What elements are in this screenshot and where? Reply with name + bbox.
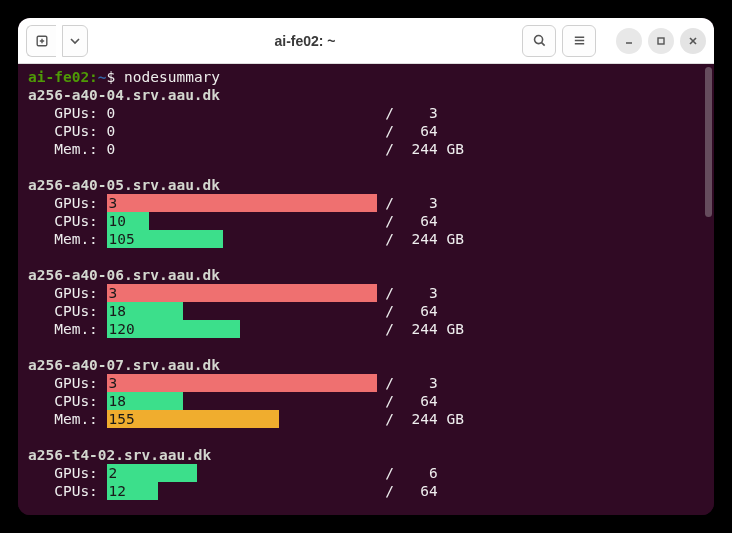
resource-used: 12	[109, 482, 126, 500]
resource-total: / 6	[377, 464, 438, 482]
resource-row: GPUs: 3 / 3	[28, 374, 704, 392]
resource-label: CPUs:	[28, 122, 107, 140]
hamburger-menu-button[interactable]	[562, 25, 596, 57]
resource-bar: 0	[107, 122, 377, 140]
resource-bar: 12	[107, 482, 377, 500]
resource-row: Mem.: 0 / 244 GB	[28, 140, 704, 158]
resource-used: 2	[109, 464, 118, 482]
resource-row: GPUs: 2 / 6	[28, 464, 704, 482]
terminal-window: ai-fe02: ~ ai-fe02:~$ nodesummary a256-a…	[18, 18, 714, 515]
resource-total: / 3	[377, 194, 438, 212]
resource-total: / 64	[377, 392, 438, 410]
prompt-path: ~	[98, 69, 107, 85]
resource-row: Mem.: 120 / 244 GB	[28, 320, 704, 338]
resource-total: / 3	[377, 104, 438, 122]
resource-row: CPUs: 10 / 64	[28, 212, 704, 230]
resource-total: / 64	[377, 212, 438, 230]
resource-label: CPUs:	[28, 392, 107, 410]
maximize-button[interactable]	[648, 28, 674, 54]
resource-bar: 0	[107, 104, 377, 122]
resource-bar: 3	[107, 194, 377, 212]
resource-row: GPUs: 3 / 3	[28, 284, 704, 302]
resource-row: GPUs: 3 / 3	[28, 194, 704, 212]
minimize-button[interactable]	[616, 28, 642, 54]
resource-label: CPUs:	[28, 482, 107, 500]
resource-label: Mem.:	[28, 230, 107, 248]
new-tab-button[interactable]	[26, 25, 56, 57]
resource-total: / 64	[377, 122, 438, 140]
resource-total: / 244 GB	[377, 320, 464, 338]
resource-used: 3	[109, 374, 118, 392]
resource-row: Mem.: 105 / 244 GB	[28, 230, 704, 248]
terminal-body[interactable]: ai-fe02:~$ nodesummary a256-a40-04.srv.a…	[18, 64, 714, 515]
resource-total: / 64	[377, 302, 438, 320]
resource-row: CPUs: 0 / 64	[28, 122, 704, 140]
resource-bar: 120	[107, 320, 377, 338]
resource-row: CPUs: 18 / 64	[28, 392, 704, 410]
resource-label: CPUs:	[28, 212, 107, 230]
resource-used: 105	[109, 230, 135, 248]
resource-label: Mem.:	[28, 410, 107, 428]
resource-used: 10	[109, 212, 126, 230]
resource-label: GPUs:	[28, 464, 107, 482]
resource-bar: 0	[107, 140, 377, 158]
svg-point-3	[534, 36, 542, 44]
resource-row: CPUs: 12 / 64	[28, 482, 704, 500]
node-hostname: a256-a40-07.srv.aau.dk	[28, 356, 704, 374]
svg-line-4	[541, 43, 544, 46]
resource-row: CPUs: 18 / 64	[28, 302, 704, 320]
node-hostname: a256-t4-02.srv.aau.dk	[28, 446, 704, 464]
node-hostname: a256-a40-05.srv.aau.dk	[28, 176, 704, 194]
resource-label: Mem.:	[28, 320, 107, 338]
resource-used: 155	[109, 410, 135, 428]
resource-used: 3	[109, 194, 118, 212]
resource-used: 18	[109, 302, 126, 320]
resource-used: 0	[107, 104, 116, 122]
resource-total: / 3	[377, 374, 438, 392]
resource-total: / 3	[377, 284, 438, 302]
resource-used: 120	[109, 320, 135, 338]
resource-bar: 18	[107, 392, 377, 410]
resource-used: 0	[107, 140, 116, 158]
node-hostname: a256-a40-06.srv.aau.dk	[28, 266, 704, 284]
resource-label: GPUs:	[28, 104, 107, 122]
close-button[interactable]	[680, 28, 706, 54]
resource-used: 18	[109, 392, 126, 410]
svg-rect-9	[658, 38, 664, 44]
resource-bar: 2	[107, 464, 377, 482]
resource-total: / 244 GB	[377, 230, 464, 248]
new-tab-dropdown[interactable]	[62, 25, 88, 57]
resource-label: GPUs:	[28, 194, 107, 212]
resource-label: CPUs:	[28, 302, 107, 320]
window-title: ai-fe02: ~	[94, 33, 516, 49]
resource-label: Mem.:	[28, 140, 107, 158]
resource-used: 3	[109, 284, 118, 302]
resource-bar: 10	[107, 212, 377, 230]
titlebar: ai-fe02: ~	[18, 18, 714, 64]
resource-bar: 3	[107, 284, 377, 302]
prompt-line: ai-fe02:~$ nodesummary	[28, 68, 704, 86]
resource-total: / 244 GB	[377, 140, 464, 158]
resource-row: GPUs: 0 / 3	[28, 104, 704, 122]
resource-label: GPUs:	[28, 284, 107, 302]
node-hostname: a256-a40-04.srv.aau.dk	[28, 86, 704, 104]
scrollbar-thumb[interactable]	[705, 67, 712, 217]
search-button[interactable]	[522, 25, 556, 57]
resource-bar: 105	[107, 230, 377, 248]
prompt-host: ai-fe02	[28, 69, 89, 85]
resource-bar: 155	[107, 410, 377, 428]
resource-label: GPUs:	[28, 374, 107, 392]
resource-total: / 64	[377, 482, 438, 500]
resource-row: Mem.: 155 / 244 GB	[28, 410, 704, 428]
resource-bar: 3	[107, 374, 377, 392]
node-output: a256-a40-04.srv.aau.dk GPUs: 0 / 3 CPUs:…	[28, 86, 704, 515]
resource-bar: 18	[107, 302, 377, 320]
command-text: nodesummary	[124, 69, 220, 85]
resource-used: 0	[107, 122, 116, 140]
resource-total: / 244 GB	[377, 410, 464, 428]
